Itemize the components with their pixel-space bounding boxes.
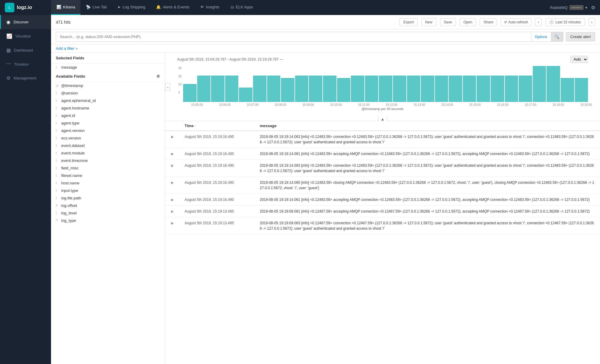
- histogram-bar: [281, 78, 294, 102]
- available-field-item[interactable]: tevent.timezone: [51, 157, 165, 164]
- nav-alerts-events[interactable]: 🔔 Alerts & Events: [151, 0, 195, 15]
- message-cell: 2019-08-05 19:19:09.061 [info] <0.12467.…: [255, 206, 600, 217]
- nav-live-tail[interactable]: 📡 Live Tail: [80, 0, 112, 15]
- histogram-bar: [505, 76, 518, 102]
- open-button[interactable]: Open: [460, 18, 476, 26]
- nav-insights[interactable]: 👁 Insights: [195, 0, 225, 15]
- field-name-label: message: [61, 65, 77, 70]
- available-field-item[interactable]: tfileset.name: [51, 172, 165, 179]
- field-type-icon: t: [56, 181, 59, 185]
- available-field-item[interactable]: tfield_misc: [51, 164, 165, 172]
- auto-select: Auto: [570, 56, 588, 63]
- search-input[interactable]: [56, 32, 531, 41]
- message-cell: 2019-08-05 19:19:09.063 [info] <0.12467.…: [255, 217, 600, 234]
- sidebar-item-visualize[interactable]: 📈 Visualize: [0, 29, 51, 43]
- available-field-item[interactable]: tecs.version: [51, 134, 165, 142]
- histogram-bar: [435, 76, 448, 102]
- histogram-bar: [225, 76, 239, 102]
- histogram-bar: [477, 76, 490, 102]
- expand-row-button[interactable]: ▶: [170, 163, 175, 168]
- available-field-item[interactable]: tevent.dataset: [51, 142, 165, 149]
- table-row: ▶ August 5th 2019, 15:19:16.490 2019-08-…: [165, 160, 600, 177]
- user-menu[interactable]: RabbitMQ •••••••• ▾: [550, 5, 587, 10]
- nav-elk-apps[interactable]: 🗂 ELK Apps: [225, 0, 258, 15]
- sidebar-item-timelion[interactable]: 〰 Timelion: [0, 57, 51, 71]
- time-cell: August 5th 2019, 15:19:16.495: [180, 148, 255, 160]
- available-field-item[interactable]: ?log_type: [51, 217, 165, 224]
- field-type-icon: t: [56, 91, 59, 95]
- new-button[interactable]: New: [421, 18, 436, 26]
- field-type-icon: t: [56, 129, 59, 132]
- sidebar-item-dashboard[interactable]: ▦ Dashboard: [0, 43, 51, 57]
- available-field-item[interactable]: tlog.file.path: [51, 194, 165, 202]
- sidebar: ◉ Discover 📈 Visualize ▦ Dashboard 〰 Tim…: [0, 15, 51, 364]
- available-field-item[interactable]: tagent.ephemeral_id: [51, 97, 165, 104]
- expand-row-button[interactable]: ▶: [170, 181, 175, 185]
- available-field-item[interactable]: tagent.type: [51, 119, 165, 127]
- histogram-bar: [351, 76, 364, 102]
- expand-col-header: [165, 121, 180, 131]
- nav-right: RabbitMQ •••••••• ▾ ⚙: [545, 5, 600, 10]
- available-field-item[interactable]: tevent.module: [51, 149, 165, 157]
- available-field-item[interactable]: t@version: [51, 89, 165, 97]
- time-range-picker[interactable]: 🕐 Last 15 minutes: [545, 18, 585, 26]
- share-button[interactable]: Share: [480, 18, 497, 26]
- x-axis-label: 15:06:00: [211, 103, 239, 106]
- field-type-icon: t: [56, 196, 59, 200]
- field-type-icon: ?: [56, 219, 59, 222]
- content-area: Selected Fields tmessage Available Field…: [51, 53, 600, 364]
- field-name-label: fileset.name: [61, 173, 82, 178]
- settings-icon[interactable]: ⚙: [591, 5, 595, 10]
- field-name-label: host.name: [61, 181, 80, 185]
- available-field-item[interactable]: tlog_level: [51, 209, 165, 217]
- expand-row-button[interactable]: ▶: [170, 209, 175, 213]
- message-cell: 2019-08-05 19:19:14.063 [info] <0.12483.…: [255, 131, 600, 148]
- log-shipping-icon: ➤: [117, 5, 121, 9]
- expand-row-button[interactable]: ▶: [170, 198, 175, 202]
- histogram-bar: [183, 84, 197, 102]
- field-name-label: log.file.path: [61, 196, 81, 200]
- available-field-item[interactable]: tagent.hostname: [51, 104, 165, 112]
- available-field-item[interactable]: tinput.type: [51, 187, 165, 194]
- selected-field-item[interactable]: tmessage: [51, 64, 165, 71]
- nav-log-shipping[interactable]: ➤ Log Shipping: [112, 0, 151, 15]
- auto-refresh-button[interactable]: ↺ Auto-refresh: [501, 18, 531, 26]
- time-next-button[interactable]: ›: [589, 18, 595, 26]
- interval-select[interactable]: Auto: [570, 56, 588, 63]
- field-name-label: event.timezone: [61, 158, 88, 163]
- main-content: 471 hits Export New Save Open Share ↺ Au…: [51, 15, 600, 364]
- expand-row-button[interactable]: ▶: [170, 221, 175, 225]
- available-field-item[interactable]: thost.name: [51, 179, 165, 187]
- create-alert-button[interactable]: Create alert: [566, 32, 595, 41]
- available-field-item[interactable]: tagent.version: [51, 127, 165, 134]
- expand-cell: ▶: [165, 160, 180, 177]
- field-type-icon: t: [56, 106, 59, 110]
- add-filter-button[interactable]: Add a filter +: [56, 46, 78, 51]
- dashboard-icon: ▦: [6, 47, 11, 53]
- time-cell: August 5th 2019, 15:19:16.490: [180, 194, 255, 206]
- time-prev-button[interactable]: ‹: [535, 18, 541, 26]
- field-type-icon: t: [56, 159, 59, 162]
- nav-kibana[interactable]: 📊 Kibana: [51, 0, 80, 15]
- histogram-bar: [393, 76, 406, 102]
- available-field-item[interactable]: tagent.id: [51, 112, 165, 119]
- field-type-icon: t: [56, 211, 59, 215]
- chart-header: August 5th 2019, 15:04:29.787 - August 5…: [165, 56, 600, 63]
- available-field-item[interactable]: ◎@timestamp: [51, 82, 165, 89]
- chart-collapse-button[interactable]: ‹: [165, 83, 170, 91]
- export-button[interactable]: Export: [399, 18, 418, 26]
- sidebar-item-discover[interactable]: ◉ Discover: [0, 15, 51, 29]
- expand-row-button[interactable]: ▶: [170, 135, 175, 139]
- available-field-item[interactable]: #log.offset: [51, 202, 165, 209]
- search-options-button[interactable]: Options: [531, 33, 551, 41]
- field-name-label: @version: [61, 91, 78, 95]
- right-panel: ‹ August 5th 2019, 15:04:29.787 - August…: [165, 53, 600, 364]
- expand-row-button[interactable]: ▶: [170, 152, 175, 156]
- table-row: ▶ August 5th 2019, 15:19:16.490 2019-08-…: [165, 194, 600, 206]
- available-fields-settings-icon[interactable]: ⚙: [156, 74, 160, 79]
- search-go-button[interactable]: 🔍: [551, 32, 563, 41]
- table-row: ▶ August 5th 2019, 15:19:13.495 2019-08-…: [165, 217, 600, 234]
- sidebar-item-management[interactable]: ⚙ Management: [0, 71, 51, 85]
- logo[interactable]: L logz.io: [0, 3, 51, 12]
- save-button[interactable]: Save: [440, 18, 456, 26]
